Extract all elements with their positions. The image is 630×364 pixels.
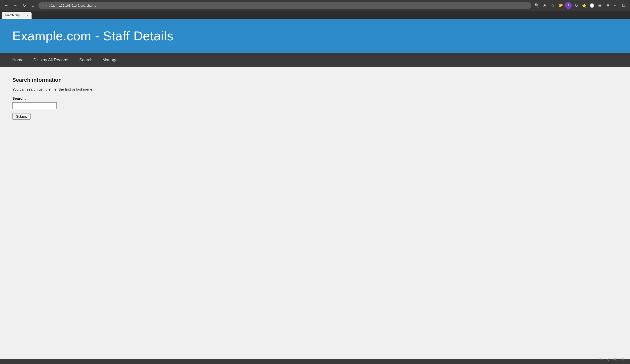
nav-manage[interactable]: Manage: [98, 53, 122, 67]
url-display: 192.168.6.145/search.php: [59, 4, 96, 7]
font-button[interactable]: A: [541, 2, 548, 9]
insecure-label: 不安全: [46, 3, 55, 8]
sync-button[interactable]: ↻: [573, 2, 580, 9]
nav-search[interactable]: Search: [74, 53, 98, 67]
sidebar-button[interactable]: ☰: [596, 2, 604, 9]
site-nav: Home Display All Records Search Manage: [0, 53, 630, 67]
tab-close-button[interactable]: ×: [27, 13, 28, 17]
active-tab[interactable]: search.php ×: [2, 12, 32, 19]
nav-display-all-records[interactable]: Display All Records: [28, 53, 74, 67]
search-section-title: Search information: [12, 77, 618, 83]
search-input[interactable]: [12, 102, 57, 109]
site-header: Example.com - Staff Details: [0, 19, 630, 53]
history-button[interactable]: 🕐: [588, 2, 596, 9]
forward-button[interactable]: →: [12, 2, 19, 9]
site-content: Search information You can search using …: [0, 67, 630, 359]
submit-button[interactable]: Submit: [12, 113, 30, 120]
tab-area: search.php ×: [0, 11, 630, 19]
collections-button[interactable]: ⭐: [581, 2, 588, 9]
more-button[interactable]: ⋯: [612, 2, 619, 9]
home-button[interactable]: ⌂: [30, 2, 36, 9]
tab-title: search.php: [5, 13, 20, 17]
site-footer: [0, 359, 630, 364]
search-description: You can search using either the first or…: [12, 87, 618, 91]
watermark: CSDN @ 《时光煮雨》: [599, 357, 627, 361]
search-field-label: Search:: [12, 96, 618, 100]
address-bar[interactable]: ⚠ 不安全 | 192.168.6.145/search.php: [38, 2, 532, 9]
bookmark-star-button[interactable]: ☆: [549, 2, 556, 9]
extensions-button[interactable]: 🤛: [557, 2, 564, 9]
site-title: Example.com - Staff Details: [12, 28, 618, 43]
search-section: Search information You can search using …: [12, 77, 618, 120]
browser-chrome: ← → ↻ ⌂ ⚠ 不安全 | 192.168.6.145/search.php…: [0, 0, 630, 11]
security-warning-icon: ⚠: [42, 4, 44, 7]
reload-button[interactable]: ↻: [21, 2, 28, 9]
nav-home[interactable]: Home: [12, 53, 28, 67]
zoom-button[interactable]: 🔍: [534, 2, 540, 9]
reading-view-button[interactable]: ■: [604, 2, 611, 9]
browser-actions: 🔍 A ☆ 🤛 3 ↻ ⭐ 🕐 ☰ ■ ⋯ □: [534, 2, 627, 9]
url-separator: |: [57, 4, 58, 7]
new-tab-button[interactable]: □: [620, 2, 627, 9]
profile-button[interactable]: 3: [565, 2, 572, 9]
back-button[interactable]: ←: [3, 2, 10, 9]
